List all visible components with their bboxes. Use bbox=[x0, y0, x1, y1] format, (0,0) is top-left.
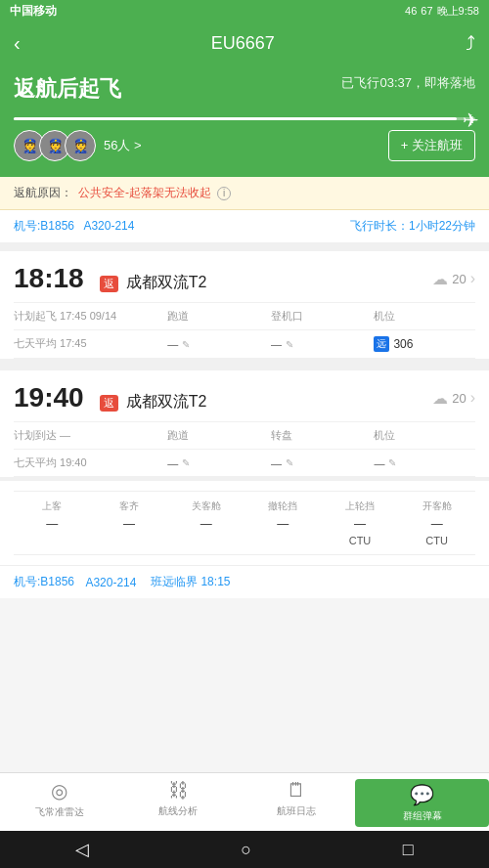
android-recent[interactable]: □ bbox=[403, 840, 414, 860]
temp-arr: 20 bbox=[452, 391, 466, 406]
plane-number: 机号:B1856 A320-214 bbox=[14, 218, 134, 235]
ops-section: 上客 — 客齐 — 关客舱 — 撤轮挡 — 上轮挡 — CTU 开客舱 — CT… bbox=[0, 481, 489, 565]
time-label: 晚上9:58 bbox=[437, 4, 479, 19]
departure-time: 18:18 bbox=[14, 263, 84, 294]
ops-wheel-off: 撤轮挡 — bbox=[244, 499, 322, 546]
bottom-plane: 机号:B1856 bbox=[14, 574, 74, 590]
bottom-nav: ◎ 飞常准雷达 ⛓ 航线分析 🗒 航班日志 💬 群组弹幕 ◁ ○ □ bbox=[0, 772, 489, 868]
return-reason-value: 公共安全-起落架无法收起 bbox=[78, 185, 211, 201]
divider-1 bbox=[0, 243, 489, 251]
ops-wheel-off-label: 撤轮挡 bbox=[244, 499, 322, 513]
ops-full-label: 客齐 bbox=[91, 499, 168, 513]
ops-wheel-on-label: 上轮挡 bbox=[322, 499, 399, 513]
scheduled-departure-label: 计划起飞 17:45 09/14 bbox=[14, 309, 165, 324]
divider-2 bbox=[0, 359, 489, 370]
route-icon: ⛓ bbox=[168, 779, 188, 802]
ops-full-value: — bbox=[91, 517, 168, 531]
nav-bar: ◎ 飞常准雷达 ⛓ 航线分析 🗒 航班日志 💬 群组弹幕 bbox=[0, 773, 489, 831]
col2-header-dep: 登机口 bbox=[271, 309, 373, 324]
col1-header-arr: 跑道 bbox=[167, 428, 269, 443]
follow-button[interactable]: + 关注航班 bbox=[388, 130, 475, 161]
runway-arr: — ✎ bbox=[167, 456, 269, 470]
progress-fill bbox=[14, 117, 457, 120]
gate-dep: — ✎ bbox=[271, 336, 373, 352]
header: ‹ EU6667 ⤴ bbox=[0, 22, 489, 65]
status-bar: 中国移动 46 67 晚上9:58 bbox=[0, 0, 489, 22]
ops-open-cabin-tag: CTU bbox=[398, 535, 475, 546]
stand-dep: 远 306 bbox=[374, 336, 475, 352]
stand-arr: — ✎ bbox=[374, 456, 475, 470]
nav-log[interactable]: 🗒 航班日志 bbox=[237, 779, 355, 827]
flight-info-bar: 机号:B1856 A320-214 飞行时长：1小时22分钟 bbox=[0, 210, 489, 243]
plane-icon: ✈ bbox=[463, 108, 479, 132]
runway-edit-dep[interactable]: ✎ bbox=[182, 339, 190, 350]
android-home[interactable]: ○ bbox=[241, 840, 251, 860]
carrier-label: 中国移动 bbox=[10, 3, 57, 20]
chevron-arr[interactable]: › bbox=[470, 389, 475, 407]
seven-day-avg-arr: 七天平均 19:40 bbox=[14, 456, 165, 470]
col2-header-arr: 转盘 bbox=[271, 428, 373, 443]
ops-close-cabin-label: 关客舱 bbox=[167, 499, 244, 513]
chat-icon: 💬 bbox=[410, 783, 434, 806]
ops-open-cabin-label: 开客舱 bbox=[398, 499, 475, 513]
col3-header-arr: 机位 bbox=[374, 428, 475, 443]
chevron-dep[interactable]: › bbox=[470, 270, 475, 287]
ops-open-cabin: 开客舱 — CTU bbox=[398, 499, 475, 546]
nav-chat[interactable]: 💬 群组弹幕 bbox=[355, 779, 489, 827]
seven-day-avg-dep: 七天平均 17:45 bbox=[14, 336, 165, 352]
chat-label: 群组弹幕 bbox=[403, 809, 442, 823]
info-icon[interactable]: i bbox=[217, 187, 231, 200]
nav-route[interactable]: ⛓ 航线分析 bbox=[118, 779, 237, 827]
stand-edit-arr[interactable]: ✎ bbox=[388, 457, 396, 468]
segment-arrival: 19:40 返 成都双流T2 ☁ 20 › 计划到达 — 跑道 转盘 机位 七天… bbox=[0, 370, 489, 477]
share-button[interactable]: ⤴ bbox=[466, 32, 475, 55]
ops-wheel-off-value: — bbox=[244, 517, 322, 531]
bottom-extra: 班远临界 18:15 bbox=[151, 574, 230, 590]
ops-wheel-on: 上轮挡 — CTU bbox=[322, 499, 399, 546]
radar-icon: ◎ bbox=[51, 779, 67, 803]
people-count[interactable]: 56人 > bbox=[104, 137, 142, 154]
battery-label: 67 bbox=[421, 5, 432, 17]
stand-value-dep: 306 bbox=[393, 337, 413, 351]
ops-full: 客齐 — bbox=[91, 499, 168, 546]
col1-header-dep: 跑道 bbox=[167, 309, 269, 324]
carousel-edit-arr[interactable]: ✎ bbox=[286, 457, 293, 468]
departure-airport: 成都双流T2 bbox=[126, 273, 207, 293]
back-button[interactable]: ‹ bbox=[14, 32, 21, 55]
ops-boarding-label: 上客 bbox=[14, 499, 91, 513]
arrival-airport: 成都双流T2 bbox=[126, 392, 207, 412]
ops-close-cabin: 关客舱 — bbox=[167, 499, 244, 546]
progress-track bbox=[14, 117, 475, 120]
flight-status: 返航后起飞 bbox=[14, 74, 121, 104]
ops-boarding-value: — bbox=[14, 517, 91, 531]
arrival-time: 19:40 bbox=[14, 382, 84, 413]
nav-radar[interactable]: ◎ 飞常准雷达 bbox=[0, 779, 118, 827]
log-label: 航班日志 bbox=[277, 804, 316, 818]
crew-avatars: 👮 👮 👮 bbox=[14, 130, 96, 161]
radar-label: 飞常准雷达 bbox=[35, 805, 84, 819]
progress-bar: ✈ bbox=[14, 117, 475, 120]
avatar-3: 👮 bbox=[65, 130, 96, 161]
gate-edit-dep[interactable]: ✎ bbox=[286, 339, 293, 350]
ops-close-cabin-value: — bbox=[167, 517, 244, 531]
runway-edit-arr[interactable]: ✎ bbox=[182, 457, 190, 468]
log-icon: 🗒 bbox=[287, 779, 306, 802]
arrival-badge: 返 bbox=[100, 395, 118, 412]
ops-wheel-on-value: — bbox=[322, 517, 399, 531]
hero-section: 返航后起飞 已飞行03:37，即将落地 ✈ 👮 👮 👮 56人 > + 关注航班 bbox=[0, 65, 489, 177]
flight-duration: 飞行时长：1小时22分钟 bbox=[350, 218, 475, 235]
segment-departure: 18:18 返 成都双流T2 ☁ 20 › 计划起飞 17:45 09/14 跑… bbox=[0, 251, 489, 359]
status-right: 46 67 晚上9:58 bbox=[405, 4, 479, 19]
route-label: 航线分析 bbox=[158, 804, 198, 818]
weather-icon-arr: ☁ bbox=[432, 389, 448, 408]
bottom-info: 机号:B1856 A320-214 班远临界 18:15 bbox=[0, 565, 489, 598]
ops-boarding: 上客 — bbox=[14, 499, 91, 546]
android-back[interactable]: ◁ bbox=[75, 839, 89, 860]
ops-grid: 上客 — 客齐 — 关客舱 — 撤轮挡 — 上轮挡 — CTU 开客舱 — CT… bbox=[14, 491, 475, 555]
plane-number-label: 机号:B1856 bbox=[14, 219, 74, 233]
android-nav: ◁ ○ □ bbox=[0, 831, 489, 868]
scheduled-arrival-label: 计划到达 — bbox=[14, 428, 165, 443]
bottom-model: A320-214 bbox=[85, 576, 136, 589]
departure-badge: 返 bbox=[100, 276, 118, 292]
plane-model: A320-214 bbox=[83, 219, 134, 233]
